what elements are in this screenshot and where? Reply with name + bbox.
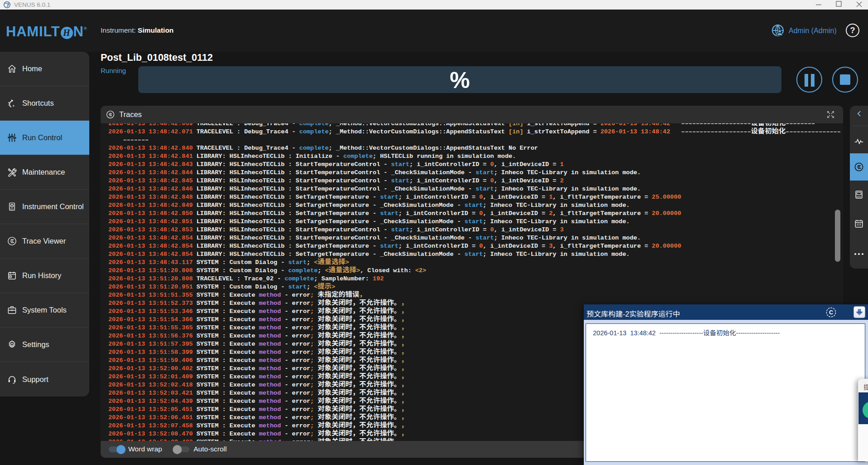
svg-text:C: C [829,309,833,316]
